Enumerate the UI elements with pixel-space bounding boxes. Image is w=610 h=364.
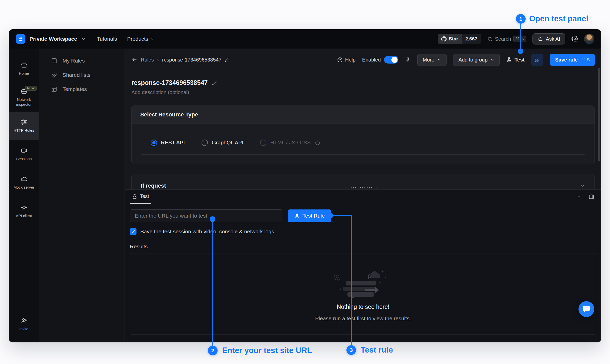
rules-sidebar: My Rules Shared lists Templates <box>39 49 125 342</box>
rule-editor: Rules › response-1734696538547 Help <box>125 49 601 342</box>
sidebar-item-home[interactable]: Home <box>9 55 39 83</box>
test-controls: Test Rule <box>130 209 596 222</box>
panel-resize-handle[interactable] <box>350 187 376 189</box>
flask-icon <box>294 213 300 219</box>
radio-graphql-api[interactable]: GraphQL API <box>202 140 243 146</box>
sidebar-item-sessions[interactable]: Sessions <box>9 140 39 169</box>
sidebar-item-invite[interactable]: Invite <box>9 313 39 336</box>
test-label: Test <box>514 57 525 63</box>
sidebar-item-http-rules[interactable]: HTTP Rules <box>9 112 39 140</box>
app-window: Private Workspace Tutorials Products <box>9 29 601 342</box>
radio-rest-api[interactable]: REST API <box>151 140 185 146</box>
panel-layout-icon[interactable] <box>589 194 594 200</box>
if-request-label: If request <box>141 183 166 189</box>
nav-tutorials[interactable]: Tutorials <box>97 36 117 42</box>
edit-pencil-icon[interactable] <box>225 57 230 62</box>
nav-products-label: Products <box>127 36 148 42</box>
ask-ai-button[interactable]: Ask AI <box>532 33 565 44</box>
rules-sidebar-item-templates[interactable]: Templates <box>39 82 125 96</box>
annotation-number: 1 <box>519 16 522 22</box>
resource-type-options: REST API GraphQL API HTML / JS / CSS <box>140 131 586 155</box>
radio-label: HTML / JS / CSS <box>270 140 311 146</box>
rule-title: response-1734696538547 <box>131 79 208 86</box>
breadcrumb-current: response-1734696538547 <box>162 57 222 63</box>
nav-products[interactable]: Products <box>127 36 154 42</box>
results-label: Results <box>130 244 596 250</box>
rules-sidebar-item-label: My Rules <box>63 58 85 64</box>
primary-sidebar: Home NEW Network inspector HTTP Rules <box>9 49 39 342</box>
test-rule-button[interactable]: Test Rule <box>288 209 331 222</box>
rules-sidebar-item-shared-lists[interactable]: Shared lists <box>39 68 125 82</box>
rule-description-placeholder[interactable]: Add description (optional) <box>131 89 595 95</box>
edit-pencil-icon[interactable] <box>212 80 217 85</box>
annotation-circle-1: 1 <box>516 14 526 24</box>
add-to-group-button[interactable]: Add to group <box>453 54 500 66</box>
annotation-label-3: Test rule <box>361 345 393 355</box>
workspace-switcher[interactable]: Private Workspace <box>16 34 86 44</box>
annotation-line-1 <box>520 20 521 51</box>
save-session-option[interactable]: Save the test session with video, consol… <box>130 228 596 235</box>
nav-tutorials-label: Tutorials <box>97 36 117 42</box>
empty-results-illustration <box>333 266 394 299</box>
link-icon <box>534 57 540 63</box>
checkbox-checked-icon[interactable] <box>130 228 136 235</box>
radio-circle-icon <box>151 140 157 146</box>
resource-type-title: Select Resource Type <box>132 106 594 124</box>
help-circle-icon <box>337 57 343 63</box>
annotation-circle-3: 3 <box>346 345 356 355</box>
app-body: Home NEW Network inspector HTTP Rules <box>9 49 601 342</box>
cloud-icon <box>21 176 27 183</box>
invite-user-icon <box>21 317 27 324</box>
github-star-button[interactable]: Star 2,667 <box>438 34 481 44</box>
back-arrow-icon[interactable] <box>131 57 138 63</box>
tab-test[interactable]: Test <box>130 190 151 204</box>
annotation-line-2 <box>212 219 213 346</box>
test-panel-controls <box>576 194 596 200</box>
toolbar-actions: Help Enabled More <box>337 54 595 66</box>
sidebar-item-label: API client <box>16 214 32 218</box>
rule-toolbar: Rules › response-1734696538547 Help <box>125 49 601 71</box>
breadcrumb-root[interactable]: Rules <box>141 57 154 63</box>
test-panel: Test <box>125 189 601 342</box>
scrollbar-thumb[interactable] <box>598 68 600 161</box>
enabled-toggle[interactable] <box>384 56 398 64</box>
sidebar-item-network-inspector[interactable]: NEW Network inspector <box>9 83 39 112</box>
collapse-chevron-icon[interactable] <box>576 194 582 199</box>
more-button[interactable]: More <box>417 54 447 66</box>
radio-circle-icon <box>260 140 266 146</box>
annotation-line-3 <box>351 215 352 346</box>
table-grid-icon <box>51 86 57 93</box>
chat-fab-button[interactable] <box>578 301 594 317</box>
resource-type-body: REST API GraphQL API HTML / JS / CSS <box>132 124 594 164</box>
question-circle-icon <box>315 140 320 145</box>
settings-button[interactable] <box>571 36 578 42</box>
github-star-count: 2,667 <box>462 34 481 44</box>
rules-sidebar-item-label: Templates <box>63 86 87 92</box>
gear-icon <box>571 36 578 42</box>
workspace-lock-badge <box>16 34 25 44</box>
test-button[interactable]: Test <box>506 57 525 63</box>
help-button[interactable]: Help <box>337 57 356 63</box>
rule-editor-content: response-1734696538547 Add description (… <box>125 71 601 189</box>
pin-icon[interactable] <box>405 57 411 63</box>
resource-type-card: Select Resource Type REST API GraphQL AP… <box>131 105 595 164</box>
breadcrumb-separator: › <box>157 57 159 63</box>
radio-circle-icon <box>202 140 208 146</box>
sidebar-item-label: Mock server <box>13 185 34 190</box>
sidebar-item-api-client[interactable]: API client <box>9 197 39 225</box>
empty-results-title: Nothing to see here! <box>337 304 389 310</box>
enabled-group: Enabled <box>362 56 398 64</box>
home-icon <box>21 62 27 69</box>
sidebar-item-mock-server[interactable]: Mock server <box>9 169 39 197</box>
avatar[interactable] <box>584 34 594 44</box>
top-bar: Private Workspace Tutorials Products <box>9 29 601 49</box>
test-url-input[interactable] <box>130 209 282 222</box>
annotation-number: 2 <box>211 347 214 354</box>
rules-sidebar-item-my-rules[interactable]: My Rules <box>39 54 125 68</box>
flask-icon <box>506 57 512 63</box>
github-icon <box>441 36 447 42</box>
share-link-button[interactable] <box>531 54 543 66</box>
chevron-down-icon <box>580 183 585 188</box>
save-rule-button[interactable]: Save rule ⌘ S <box>550 54 595 66</box>
test-panel-tabbar: Test <box>130 190 596 204</box>
